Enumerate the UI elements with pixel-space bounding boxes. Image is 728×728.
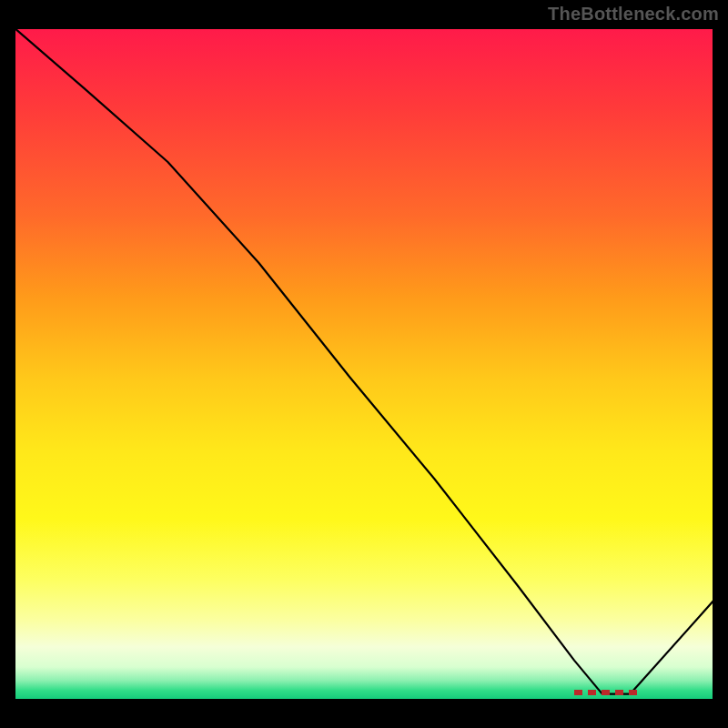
bottleneck-curve: [14, 27, 714, 694]
chart-container: TheBottleneck.com: [0, 0, 728, 728]
attribution-label: TheBottleneck.com: [548, 4, 719, 25]
plot-area: [14, 27, 714, 701]
curve-layer: [14, 27, 714, 701]
